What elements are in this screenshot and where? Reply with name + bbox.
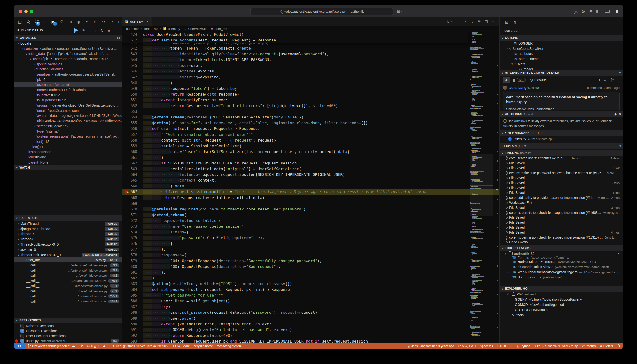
code-line-581[interactable]: 581········}, bbox=[122, 270, 500, 275]
toggle-bottom-panel-icon[interactable] bbox=[605, 10, 610, 13]
stack-frame-row[interactable]: user_meusers.py567:1 bbox=[14, 258, 122, 263]
variable-row[interactable]: ›'system_permissions' = ['access_admin_i… bbox=[14, 134, 122, 139]
code-line-558[interactable]: 558········context: dict[str, Request] =… bbox=[122, 138, 500, 143]
gitlens-icon[interactable]: ⋔ bbox=[94, 19, 97, 24]
history-icon[interactable]: ◔ bbox=[110, 19, 113, 24]
debug-restart-icon[interactable]: ↻ bbox=[100, 28, 104, 33]
explain-ai-section-header[interactable]: ›EXPLAIN (AI) ⚗ ⊡ bbox=[500, 143, 623, 149]
notifications-bell[interactable] bbox=[617, 345, 620, 347]
status-blame[interactable]: ◎Jens Langhammer, 3 years ago bbox=[408, 344, 454, 348]
code-line-572[interactable]: 572········request=inline_serializer( bbox=[122, 218, 500, 224]
code-line-562[interactable]: 562········if SESSION_KEY_IMPERSONATE_US… bbox=[122, 160, 500, 166]
variable-row[interactable]: ›'groups' = <generator object UserSelfSe… bbox=[14, 103, 122, 108]
timeline-item[interactable]: File Saved bbox=[500, 215, 623, 220]
status-interpreter[interactable]: 3.12.8 ('authentik-xEAhpGPh-py3.12': Poe… bbox=[534, 344, 596, 348]
code-line-566[interactable]: 566············).data bbox=[122, 183, 500, 189]
zoom-window-button[interactable] bbox=[30, 10, 33, 13]
code-line-424[interactable]: 424class UserViewSet(UsedByMixin, ModelV… bbox=[122, 32, 468, 38]
code-line-589[interactable]: 589············user.save() bbox=[122, 316, 500, 321]
breadcrumb-item[interactable]: users.py bbox=[168, 27, 180, 30]
variable-row[interactable]: instance = None bbox=[14, 149, 122, 154]
code-line-546[interactable]: 546················expires=expires, bbox=[122, 68, 500, 74]
variable-row[interactable]: ∨Locals bbox=[14, 41, 122, 46]
code-line-548[interactable]: 548············) bbox=[122, 80, 500, 86]
code-line-554[interactable]: 554····@extend_schema(responses={200: Se… bbox=[122, 114, 500, 120]
code-line-543[interactable]: 543················identifier=slugify(va… bbox=[122, 51, 500, 57]
code-line-555[interactable]: 555····@action(url_path="me", url_name="… bbox=[122, 120, 500, 126]
status-ports[interactable]: 0 bbox=[103, 344, 108, 348]
code-line-550[interactable]: 550············return Response(data=resp… bbox=[122, 92, 500, 97]
status-commit-graph[interactable] bbox=[80, 344, 84, 348]
watch-section-header[interactable]: ∨WATCH bbox=[14, 165, 122, 170]
code-line-563[interactable]: 563············serializer.initial_data["… bbox=[122, 166, 500, 172]
debug-more-icon[interactable]: ⋯ bbox=[114, 28, 118, 33]
timeline-item[interactable]: File Saved2 wks bbox=[500, 180, 623, 186]
toggle-right-panel-icon[interactable] bbox=[614, 10, 618, 13]
explorer-icon[interactable]: ▤ bbox=[18, 19, 22, 24]
outline-item[interactable]: [@]model bbox=[500, 66, 623, 70]
changed-file-row[interactable]: ± users.py authentik/core/api bbox=[500, 136, 623, 142]
outline-item[interactable]: [@]parent_name bbox=[500, 56, 623, 62]
timeline-item[interactable]: Workspace Edit bbox=[500, 200, 623, 205]
code-line-568[interactable]: 568········return Response(data=serializ… bbox=[122, 195, 500, 201]
variable-row[interactable]: ›'settings' = {'locale': ''} bbox=[14, 124, 122, 129]
timeline-item[interactable]: File Saved bbox=[500, 186, 623, 190]
explorer-go-section-header[interactable]: ∨EXPLORER: GO bbox=[500, 286, 623, 292]
next-change-icon[interactable]: → bbox=[470, 20, 474, 24]
timeline-item[interactable]: core: search users' attributes (#12740) … bbox=[500, 156, 623, 161]
code-line-580[interactable]: 580············400: OpenApiResponse(desc… bbox=[122, 264, 500, 270]
timeline-item[interactable]: core: fix permission check for scoped im… bbox=[500, 235, 623, 240]
files-changed-section-header[interactable]: ∨1 FILE CHANGED +0 ~1 -0 ≡ bbox=[500, 130, 623, 136]
code-line-570[interactable]: 570····@permission_required(obj_perm="au… bbox=[122, 206, 500, 212]
code-line-588[interactable]: 588············user.set_password(request… bbox=[122, 310, 500, 315]
code-line-587[interactable]: 587········try: bbox=[122, 304, 500, 310]
remote-window-icon[interactable]: ⊡ bbox=[44, 19, 47, 24]
variable-row[interactable]: ∨'user' = {'pk': 6, 'username': 'akadmin… bbox=[14, 56, 122, 62]
toggle-left-panel-icon[interactable] bbox=[596, 10, 601, 13]
variable-row[interactable]: 'is_superuser' = True bbox=[14, 98, 122, 103]
thread-row[interactable]: ›ThreadPoolExecutor-0_0PAUSED bbox=[14, 242, 122, 247]
code-line-567[interactable]: ▶567········self.request.session.modifie… bbox=[122, 189, 500, 195]
autolink-add-icon[interactable]: ◈ ⚙ bbox=[614, 112, 621, 116]
code-line-573[interactable]: 573············name="UserPasswordSetSeri… bbox=[122, 224, 500, 229]
status-cursor-position[interactable]: Ln 567, Col 1 bbox=[458, 344, 476, 348]
open-changes-icon[interactable]: ≡ bbox=[619, 132, 621, 135]
github-icon[interactable]: ◉ bbox=[77, 19, 80, 24]
timeline-item[interactable]: File Saved bbox=[500, 220, 623, 225]
outline-section-header[interactable]: ∨OUTLINE bbox=[500, 35, 623, 41]
todo-file-row[interactable]: ›TSHorizontalFormElement.ts(web/src/elem… bbox=[500, 259, 623, 264]
todos-section-header[interactable]: ∨TODOS: FLAT (39) bbox=[500, 245, 623, 251]
kebab-menu-icon[interactable]: ⋮ bbox=[617, 78, 620, 82]
branch-icon[interactable] bbox=[610, 78, 614, 82]
status-problems[interactable]: ⊗0 △0 bbox=[87, 344, 99, 348]
variable-row[interactable]: ›serializer = <authentik.core.api.users.… bbox=[14, 72, 122, 77]
command-center[interactable]: ~/dev/authentik/authentik/core/api/users… bbox=[250, 8, 393, 15]
variable-row[interactable]: 'avatar' = 'data:image/svg+xml;base64,PH… bbox=[14, 113, 122, 118]
explain-ai-icon[interactable]: ⊡ bbox=[619, 144, 621, 148]
code-line-549[interactable]: 549············response["token"] = token… bbox=[122, 86, 500, 92]
outline-item[interactable]: ∨◇UserGroupSerializer bbox=[500, 46, 623, 51]
code-line-512[interactable]: 512····def service_account(self, request… bbox=[122, 38, 468, 43]
new-window-icon[interactable]: ⊞ ∨ bbox=[397, 9, 403, 14]
code-line-586[interactable]: 586········user: User = self.get_object(… bbox=[122, 298, 500, 304]
close-window-button[interactable] bbox=[19, 10, 22, 13]
extensions-icon[interactable]: ⊞ bbox=[68, 19, 72, 24]
todo-file-row[interactable]: ›TSUserInterface.ts(web/src/user)1 bbox=[500, 274, 623, 280]
code-line-552[interactable]: 552············return Response(data={"no… bbox=[122, 103, 500, 109]
nav-forward-icon[interactable]: → bbox=[242, 9, 246, 14]
code-editor[interactable]: 541············response["group_pk"] = st… bbox=[122, 32, 500, 343]
autolinks-section-header[interactable]: ∨AUTOLINKS 0 found ◈ ⚙ bbox=[500, 111, 623, 117]
code-line-560[interactable]: 560············data={"user": UserSelfSer… bbox=[122, 149, 500, 155]
back-icon[interactable]: ← bbox=[604, 78, 607, 82]
remote-indicator[interactable]: >< bbox=[14, 343, 24, 349]
timeline-item[interactable]: core: fix permission check for scoped im… bbox=[500, 210, 623, 215]
variable-row[interactable]: 'username' = 'akadmin' bbox=[14, 82, 122, 88]
variables-section-header[interactable]: ∨VARIABLES bbox=[14, 35, 122, 41]
gitlens-section-header[interactable]: ∨GITLENS: INSPECT: COMMIT DETAILS ↻ bbox=[500, 70, 623, 76]
timeline-item[interactable]: File Saved1 mo bbox=[500, 190, 623, 196]
stack-frame-row[interactable]: __call__.../brands/middleware.py31:1 bbox=[14, 284, 122, 289]
variable-row[interactable]: len() = 1 bbox=[14, 144, 122, 150]
stack-frame-row[interactable]: __call__.../core/middleware.py71:1 bbox=[14, 288, 122, 294]
gear-icon[interactable]: ⚙ bbox=[581, 9, 585, 14]
status-indentation[interactable]: Spaces: 4 bbox=[480, 344, 494, 348]
